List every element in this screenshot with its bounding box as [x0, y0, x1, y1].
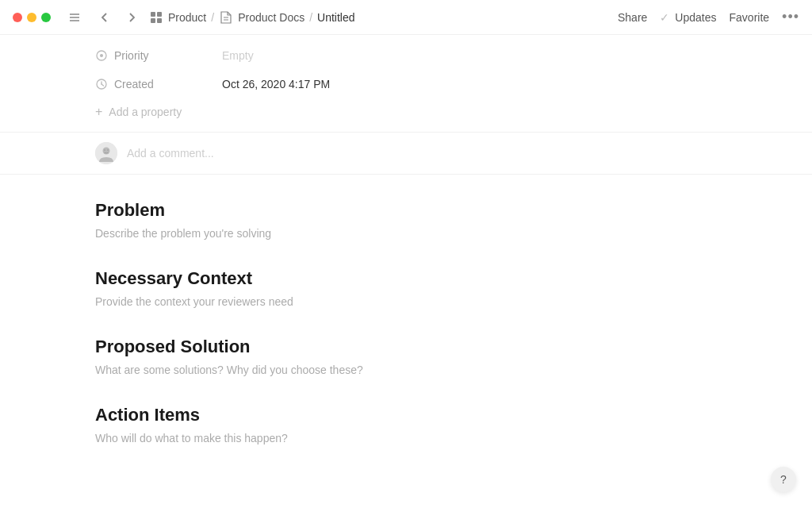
created-label: Created: [95, 78, 222, 90]
product-label[interactable]: Product: [168, 11, 206, 24]
section-action-items: Action Items Who will do what to make th…: [95, 405, 717, 444]
breadcrumb-separator-1: /: [211, 11, 214, 24]
document-content: Problem Describe the problem you're solv…: [0, 175, 812, 498]
maximize-button[interactable]: [41, 13, 51, 22]
avatar: [95, 142, 117, 164]
svg-rect-6: [157, 18, 162, 23]
created-value[interactable]: Oct 26, 2020 4:17 PM: [222, 78, 330, 90]
section-context-title: Necessary Context: [95, 268, 717, 289]
add-property-button[interactable]: + Add a property: [95, 98, 717, 125]
priority-icon: [95, 49, 108, 62]
traffic-lights: [13, 13, 51, 22]
created-row: Created Oct 26, 2020 4:17 PM: [95, 70, 717, 98]
comment-input[interactable]: Add a comment...: [127, 147, 214, 160]
titlebar: Product / Product Docs / Untitled Share …: [0, 0, 812, 35]
priority-row: Priority Empty: [95, 41, 717, 70]
section-solution-title: Proposed Solution: [95, 337, 717, 357]
svg-point-16: [104, 149, 105, 151]
section-problem-subtitle: Describe the problem you're solving: [95, 227, 717, 240]
breadcrumb: Product / Product Docs / Untitled: [149, 10, 355, 25]
sidebar-toggle-button[interactable]: [65, 8, 84, 27]
section-solution: Proposed Solution What are some solution…: [95, 337, 717, 376]
svg-point-17: [107, 149, 109, 151]
main-content: Priority Empty Created Oct 26, 2020 4:17…: [0, 35, 812, 508]
favorite-button[interactable]: Favorite: [730, 11, 770, 24]
product-docs-icon: [219, 10, 233, 25]
svg-line-13: [102, 84, 104, 86]
product-docs-label[interactable]: Product Docs: [238, 11, 304, 24]
priority-label: Priority: [95, 49, 222, 62]
section-action-title: Action Items: [95, 405, 717, 425]
share-button[interactable]: Share: [618, 11, 647, 24]
titlebar-right: Share ✓ Updates Favorite •••: [618, 9, 799, 25]
comment-section: Add a comment...: [0, 133, 812, 175]
section-problem-title: Problem: [95, 200, 717, 221]
updates-button[interactable]: ✓ Updates: [660, 11, 716, 24]
svg-rect-4: [157, 12, 162, 17]
properties-section: Priority Empty Created Oct 26, 2020 4:17…: [0, 35, 812, 133]
svg-point-10: [100, 54, 103, 57]
titlebar-left: Product / Product Docs / Untitled: [13, 8, 355, 27]
minimize-button[interactable]: [27, 13, 36, 22]
section-context-subtitle: Provide the context your reviewers need: [95, 295, 717, 308]
product-icon: [149, 10, 163, 25]
clock-icon: [95, 78, 108, 90]
svg-rect-3: [151, 12, 155, 17]
svg-rect-5: [151, 18, 155, 23]
forward-button[interactable]: [122, 8, 141, 27]
section-solution-subtitle: What are some solutions? Why did you cho…: [95, 364, 717, 376]
back-button[interactable]: [95, 8, 114, 27]
section-action-subtitle: Who will do what to make this happen?: [95, 432, 717, 444]
priority-value[interactable]: Empty: [222, 49, 254, 62]
help-button[interactable]: ?: [771, 467, 796, 492]
add-icon: +: [95, 105, 102, 119]
section-problem: Problem Describe the problem you're solv…: [95, 200, 717, 240]
section-context: Necessary Context Provide the context yo…: [95, 268, 717, 308]
more-options-button[interactable]: •••: [782, 9, 799, 25]
close-button[interactable]: [13, 13, 22, 22]
current-page-label[interactable]: Untitled: [317, 11, 354, 24]
breadcrumb-separator-2: /: [309, 11, 312, 24]
